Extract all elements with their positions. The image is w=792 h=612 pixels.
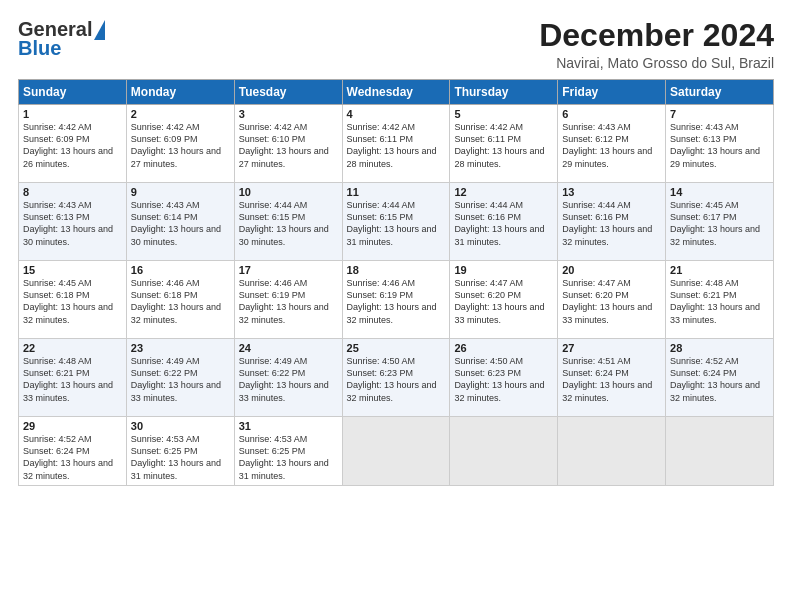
calendar-cell: 20Sunrise: 4:47 AMSunset: 6:20 PMDayligh… [558, 261, 666, 339]
day-number: 9 [131, 186, 230, 198]
day-number: 16 [131, 264, 230, 276]
calendar-cell: 11Sunrise: 4:44 AMSunset: 6:15 PMDayligh… [342, 183, 450, 261]
cell-info: Sunrise: 4:45 AMSunset: 6:17 PMDaylight:… [670, 200, 760, 246]
day-number: 18 [347, 264, 446, 276]
day-number: 11 [347, 186, 446, 198]
cell-info: Sunrise: 4:53 AMSunset: 6:25 PMDaylight:… [131, 434, 221, 480]
calendar-table: SundayMondayTuesdayWednesdayThursdayFrid… [18, 79, 774, 486]
cell-info: Sunrise: 4:46 AMSunset: 6:19 PMDaylight:… [347, 278, 437, 324]
cell-info: Sunrise: 4:50 AMSunset: 6:23 PMDaylight:… [454, 356, 544, 402]
cell-info: Sunrise: 4:48 AMSunset: 6:21 PMDaylight:… [23, 356, 113, 402]
calendar-day-header: Sunday [19, 80, 127, 105]
day-number: 14 [670, 186, 769, 198]
cell-info: Sunrise: 4:43 AMSunset: 6:13 PMDaylight:… [670, 122, 760, 168]
cell-info: Sunrise: 4:42 AMSunset: 6:10 PMDaylight:… [239, 122, 329, 168]
cell-info: Sunrise: 4:44 AMSunset: 6:15 PMDaylight:… [239, 200, 329, 246]
calendar-cell: 1Sunrise: 4:42 AMSunset: 6:09 PMDaylight… [19, 105, 127, 183]
day-number: 28 [670, 342, 769, 354]
calendar-cell [666, 417, 774, 486]
header: General Blue December 2024 Navirai, Mato… [18, 18, 774, 71]
day-number: 24 [239, 342, 338, 354]
day-number: 2 [131, 108, 230, 120]
calendar-cell: 24Sunrise: 4:49 AMSunset: 6:22 PMDayligh… [234, 339, 342, 417]
calendar-cell: 27Sunrise: 4:51 AMSunset: 6:24 PMDayligh… [558, 339, 666, 417]
calendar-cell: 18Sunrise: 4:46 AMSunset: 6:19 PMDayligh… [342, 261, 450, 339]
day-number: 15 [23, 264, 122, 276]
day-number: 23 [131, 342, 230, 354]
calendar-cell: 10Sunrise: 4:44 AMSunset: 6:15 PMDayligh… [234, 183, 342, 261]
calendar-cell: 8Sunrise: 4:43 AMSunset: 6:13 PMDaylight… [19, 183, 127, 261]
day-number: 30 [131, 420, 230, 432]
calendar-cell [450, 417, 558, 486]
day-number: 20 [562, 264, 661, 276]
cell-info: Sunrise: 4:47 AMSunset: 6:20 PMDaylight:… [562, 278, 652, 324]
calendar-cell: 19Sunrise: 4:47 AMSunset: 6:20 PMDayligh… [450, 261, 558, 339]
calendar-day-header: Saturday [666, 80, 774, 105]
calendar-cell: 9Sunrise: 4:43 AMSunset: 6:14 PMDaylight… [126, 183, 234, 261]
day-number: 3 [239, 108, 338, 120]
calendar-header-row: SundayMondayTuesdayWednesdayThursdayFrid… [19, 80, 774, 105]
cell-info: Sunrise: 4:50 AMSunset: 6:23 PMDaylight:… [347, 356, 437, 402]
logo-blue: Blue [18, 37, 61, 60]
month-title: December 2024 [539, 18, 774, 53]
calendar-cell: 7Sunrise: 4:43 AMSunset: 6:13 PMDaylight… [666, 105, 774, 183]
calendar-cell: 5Sunrise: 4:42 AMSunset: 6:11 PMDaylight… [450, 105, 558, 183]
calendar-day-header: Tuesday [234, 80, 342, 105]
cell-info: Sunrise: 4:51 AMSunset: 6:24 PMDaylight:… [562, 356, 652, 402]
calendar-cell: 28Sunrise: 4:52 AMSunset: 6:24 PMDayligh… [666, 339, 774, 417]
calendar-cell: 3Sunrise: 4:42 AMSunset: 6:10 PMDaylight… [234, 105, 342, 183]
day-number: 1 [23, 108, 122, 120]
calendar-day-header: Thursday [450, 80, 558, 105]
day-number: 31 [239, 420, 338, 432]
cell-info: Sunrise: 4:46 AMSunset: 6:18 PMDaylight:… [131, 278, 221, 324]
cell-info: Sunrise: 4:47 AMSunset: 6:20 PMDaylight:… [454, 278, 544, 324]
calendar-day-header: Monday [126, 80, 234, 105]
day-number: 22 [23, 342, 122, 354]
day-number: 7 [670, 108, 769, 120]
logo: General Blue [18, 18, 105, 60]
cell-info: Sunrise: 4:48 AMSunset: 6:21 PMDaylight:… [670, 278, 760, 324]
cell-info: Sunrise: 4:49 AMSunset: 6:22 PMDaylight:… [239, 356, 329, 402]
calendar-cell: 26Sunrise: 4:50 AMSunset: 6:23 PMDayligh… [450, 339, 558, 417]
title-block: December 2024 Navirai, Mato Grosso do Su… [539, 18, 774, 71]
cell-info: Sunrise: 4:44 AMSunset: 6:16 PMDaylight:… [562, 200, 652, 246]
cell-info: Sunrise: 4:42 AMSunset: 6:09 PMDaylight:… [131, 122, 221, 168]
calendar-cell: 30Sunrise: 4:53 AMSunset: 6:25 PMDayligh… [126, 417, 234, 486]
calendar-cell: 22Sunrise: 4:48 AMSunset: 6:21 PMDayligh… [19, 339, 127, 417]
calendar-cell: 12Sunrise: 4:44 AMSunset: 6:16 PMDayligh… [450, 183, 558, 261]
cell-info: Sunrise: 4:52 AMSunset: 6:24 PMDaylight:… [23, 434, 113, 480]
day-number: 29 [23, 420, 122, 432]
calendar-cell [558, 417, 666, 486]
day-number: 12 [454, 186, 553, 198]
calendar-cell: 25Sunrise: 4:50 AMSunset: 6:23 PMDayligh… [342, 339, 450, 417]
calendar-cell: 6Sunrise: 4:43 AMSunset: 6:12 PMDaylight… [558, 105, 666, 183]
calendar-cell: 29Sunrise: 4:52 AMSunset: 6:24 PMDayligh… [19, 417, 127, 486]
calendar-cell: 17Sunrise: 4:46 AMSunset: 6:19 PMDayligh… [234, 261, 342, 339]
day-number: 17 [239, 264, 338, 276]
calendar-cell: 2Sunrise: 4:42 AMSunset: 6:09 PMDaylight… [126, 105, 234, 183]
cell-info: Sunrise: 4:42 AMSunset: 6:09 PMDaylight:… [23, 122, 113, 168]
day-number: 25 [347, 342, 446, 354]
cell-info: Sunrise: 4:53 AMSunset: 6:25 PMDaylight:… [239, 434, 329, 480]
calendar-day-header: Wednesday [342, 80, 450, 105]
cell-info: Sunrise: 4:44 AMSunset: 6:15 PMDaylight:… [347, 200, 437, 246]
location: Navirai, Mato Grosso do Sul, Brazil [539, 55, 774, 71]
day-number: 13 [562, 186, 661, 198]
day-number: 26 [454, 342, 553, 354]
logo-triangle [94, 20, 105, 40]
calendar-cell: 21Sunrise: 4:48 AMSunset: 6:21 PMDayligh… [666, 261, 774, 339]
calendar-day-header: Friday [558, 80, 666, 105]
cell-info: Sunrise: 4:42 AMSunset: 6:11 PMDaylight:… [347, 122, 437, 168]
cell-info: Sunrise: 4:45 AMSunset: 6:18 PMDaylight:… [23, 278, 113, 324]
day-number: 8 [23, 186, 122, 198]
day-number: 6 [562, 108, 661, 120]
calendar-cell: 14Sunrise: 4:45 AMSunset: 6:17 PMDayligh… [666, 183, 774, 261]
day-number: 5 [454, 108, 553, 120]
day-number: 19 [454, 264, 553, 276]
calendar-cell: 23Sunrise: 4:49 AMSunset: 6:22 PMDayligh… [126, 339, 234, 417]
day-number: 10 [239, 186, 338, 198]
calendar-cell: 15Sunrise: 4:45 AMSunset: 6:18 PMDayligh… [19, 261, 127, 339]
calendar-cell [342, 417, 450, 486]
cell-info: Sunrise: 4:44 AMSunset: 6:16 PMDaylight:… [454, 200, 544, 246]
calendar-cell: 16Sunrise: 4:46 AMSunset: 6:18 PMDayligh… [126, 261, 234, 339]
